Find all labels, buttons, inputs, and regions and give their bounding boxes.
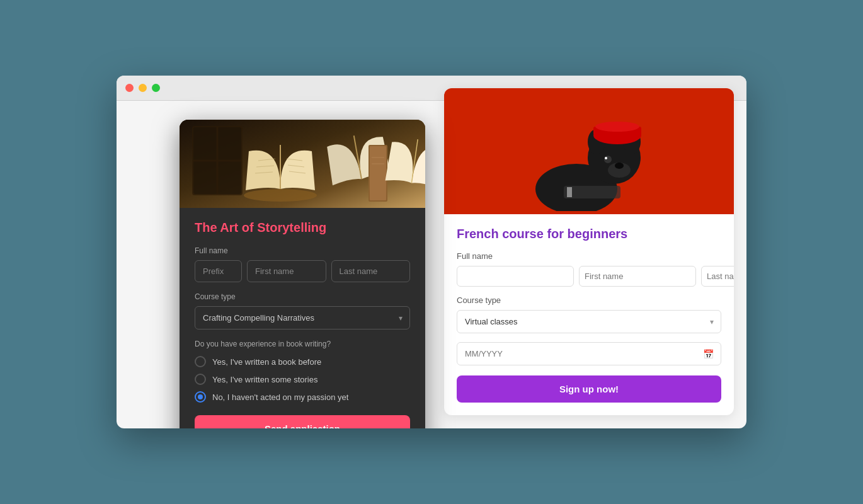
browser-content: French course for beginners Full name Co… xyxy=(117,101,746,428)
minimize-button[interactable] xyxy=(139,84,147,92)
books-illustration xyxy=(180,120,425,208)
svg-point-10 xyxy=(615,163,624,169)
modal-course-select[interactable]: Crafting Compelling Narratives Character… xyxy=(195,306,410,329)
modal-last-name-input[interactable] xyxy=(331,260,411,282)
svg-rect-12 xyxy=(567,187,572,197)
course-type-label: Course type xyxy=(457,295,721,305)
radio-dot-3 xyxy=(198,394,203,399)
course-type-select-wrap: Virtual classes In-person classes Online… xyxy=(457,310,721,333)
svg-point-7 xyxy=(604,156,612,163)
maximize-button[interactable] xyxy=(152,84,160,92)
svg-rect-28 xyxy=(370,146,386,200)
radio-circle-1 xyxy=(195,356,206,367)
radio-item-3[interactable]: No, I haven't acted on my passion yet xyxy=(195,391,410,403)
svg-point-6 xyxy=(595,122,639,132)
last-name-input[interactable] xyxy=(701,266,734,287)
name-row xyxy=(457,266,721,287)
modal-first-name-input[interactable] xyxy=(247,260,326,282)
modal-name-row xyxy=(195,260,410,282)
modal-course-type-label: Course type xyxy=(195,292,410,301)
browser-window: French course for beginners Full name Co… xyxy=(117,76,746,428)
modal-name-label: Full name xyxy=(195,246,410,255)
radio-circle-2 xyxy=(195,374,206,385)
svg-point-18 xyxy=(244,189,317,202)
date-input[interactable] xyxy=(457,342,721,365)
send-application-button[interactable]: Send application xyxy=(195,415,410,428)
prefix-input[interactable] xyxy=(457,266,574,287)
svg-point-8 xyxy=(605,157,607,159)
course-image xyxy=(444,88,734,214)
calendar-icon: 📅 xyxy=(703,349,714,359)
radio-circle-3 xyxy=(195,391,206,403)
svg-rect-11 xyxy=(564,186,620,198)
date-wrap: 📅 xyxy=(457,342,721,365)
modal-course-select-wrap: Crafting Compelling Narratives Character… xyxy=(195,306,410,329)
radio-label-1: Yes, I've written a book before xyxy=(212,357,321,367)
storytelling-modal: The Art of Storytelling Full name Course… xyxy=(180,120,425,428)
radio-item-1[interactable]: Yes, I've written a book before xyxy=(195,356,410,367)
radio-label-2: Yes, I've written some stories xyxy=(212,375,317,384)
radio-group: Yes, I've written a book before Yes, I'v… xyxy=(195,356,410,403)
modal-body: The Art of Storytelling Full name Course… xyxy=(180,208,425,428)
close-button[interactable] xyxy=(125,84,134,92)
first-name-input[interactable] xyxy=(579,266,696,287)
dog-illustration xyxy=(520,91,658,211)
sign-up-button[interactable]: Sign up now! xyxy=(457,375,721,403)
modal-title: The Art of Storytelling xyxy=(195,220,410,235)
modal-image xyxy=(180,120,425,208)
modal-prefix-input[interactable] xyxy=(195,260,242,282)
radio-item-2[interactable]: Yes, I've written some stories xyxy=(195,374,410,385)
course-type-select[interactable]: Virtual classes In-person classes Online… xyxy=(457,310,721,333)
radio-label-3: No, I haven't acted on my passion yet xyxy=(212,392,348,402)
french-course-card-body: French course for beginners Full name Co… xyxy=(444,214,734,415)
experience-question: Do you have experience in book writing? xyxy=(195,340,410,348)
name-label: Full name xyxy=(457,251,721,261)
course-title: French course for beginners xyxy=(457,227,721,241)
french-course-card: French course for beginners Full name Co… xyxy=(444,88,734,415)
